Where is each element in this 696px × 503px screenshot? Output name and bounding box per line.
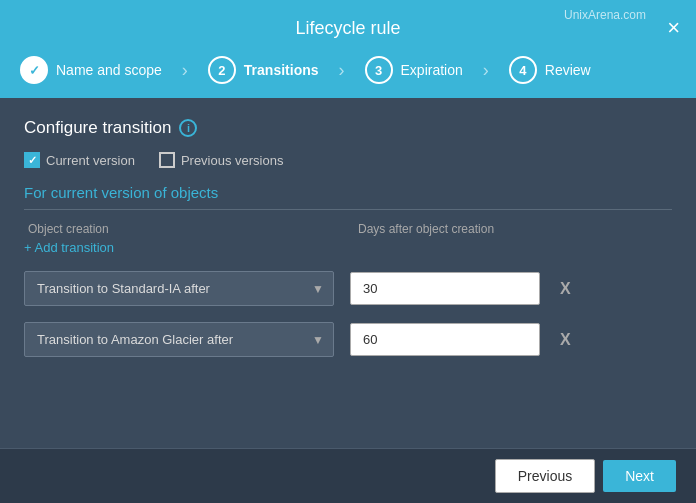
watermark-text: UnixArena.com (564, 8, 646, 22)
previous-versions-checkbox-item[interactable]: Previous versions (159, 152, 284, 168)
step-1[interactable]: ✓ Name and scope (20, 56, 162, 84)
modal-title: Lifecycle rule (295, 18, 400, 39)
transition-row-1: Transition to Standard-IA after Transiti… (24, 271, 672, 306)
table-headers: Object creation Days after object creati… (24, 222, 672, 236)
for-current-version-subtitle: For current version of objects (24, 184, 672, 210)
next-button[interactable]: Next (603, 460, 676, 492)
steps-navigation: ✓ Name and scope › 2 Transitions › 3 Exp… (0, 56, 696, 98)
configure-transition-title: Configure transition i (24, 118, 672, 138)
section-title-text: Configure transition (24, 118, 171, 138)
current-version-checkbox[interactable]: ✓ (24, 152, 40, 168)
col-header-object-creation: Object creation (28, 222, 338, 236)
modal-content: Configure transition i ✓ Current version… (0, 98, 696, 448)
version-checkboxes: ✓ Current version Previous versions (24, 152, 672, 168)
remove-transition-1-button[interactable]: X (556, 280, 575, 298)
previous-versions-checkbox[interactable] (159, 152, 175, 168)
lifecycle-rule-modal: UnixArena.com Lifecycle rule × ✓ Name an… (0, 0, 696, 503)
step-divider-1: › (182, 60, 188, 81)
transition-select-1[interactable]: Transition to Standard-IA after Transiti… (24, 271, 334, 306)
step-2[interactable]: 2 Transitions (208, 56, 319, 84)
add-transition-button[interactable]: + Add transition (24, 240, 672, 255)
step-2-circle: 2 (208, 56, 236, 84)
step-1-circle: ✓ (20, 56, 48, 84)
current-version-checkbox-item[interactable]: ✓ Current version (24, 152, 135, 168)
step-4[interactable]: 4 Review (509, 56, 591, 84)
modal-header: UnixArena.com Lifecycle rule × (0, 0, 696, 56)
previous-button[interactable]: Previous (495, 459, 595, 493)
step-3-circle: 3 (365, 56, 393, 84)
close-button[interactable]: × (667, 17, 680, 39)
modal-footer: Previous Next (0, 448, 696, 503)
step-divider-2: › (339, 60, 345, 81)
step-3[interactable]: 3 Expiration (365, 56, 463, 84)
step-3-label: Expiration (401, 62, 463, 78)
info-icon[interactable]: i (179, 119, 197, 137)
check-mark: ✓ (28, 154, 37, 167)
step-4-circle: 4 (509, 56, 537, 84)
transition-select-2[interactable]: Transition to Standard-IA after Transiti… (24, 322, 334, 357)
step-4-label: Review (545, 62, 591, 78)
previous-versions-label: Previous versions (181, 153, 284, 168)
transition-select-wrapper-2: Transition to Standard-IA after Transiti… (24, 322, 334, 357)
transition-row-2: Transition to Standard-IA after Transiti… (24, 322, 672, 357)
days-input-1[interactable] (350, 272, 540, 305)
step-divider-3: › (483, 60, 489, 81)
transition-select-wrapper-1: Transition to Standard-IA after Transiti… (24, 271, 334, 306)
current-version-label: Current version (46, 153, 135, 168)
remove-transition-2-button[interactable]: X (556, 331, 575, 349)
step-2-label: Transitions (244, 62, 319, 78)
col-header-days: Days after object creation (358, 222, 558, 236)
days-input-2[interactable] (350, 323, 540, 356)
step-1-label: Name and scope (56, 62, 162, 78)
